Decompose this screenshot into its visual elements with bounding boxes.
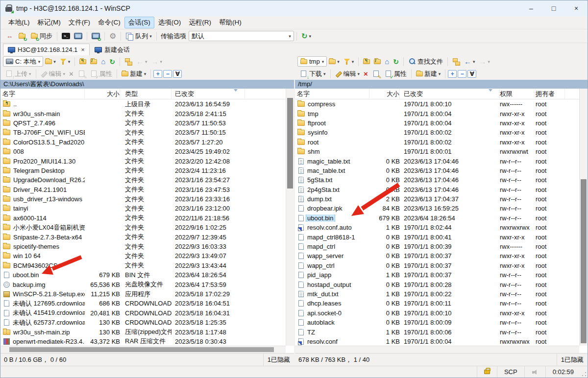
file-row[interactable]: UpgradeDownload_R26.21... 文件夹 2023/1/16 … — [0, 175, 286, 185]
file-row[interactable]: tainyi 文件夹 2023/1/16 23:12:00 — [0, 204, 286, 213]
file-row[interactable]: 小米小爱LX04音箱刷机资料 文件夹 2022/9/16 1:02:25 — [0, 223, 286, 232]
file-row[interactable]: resolv.conf.auto 1 KB 1970/1/1 8:02:44 r… — [295, 223, 579, 232]
remote-edit-button[interactable]: 编辑▾ — [333, 69, 362, 79]
file-row[interactable]: wapp_ctrl 0 KB 1970/1/1 8:00:37 rwxr-xr-… — [295, 261, 579, 270]
remote-horizontal-scrollbar[interactable] — [295, 346, 579, 353]
transfer-settings-combo[interactable]: 默认 ▾ — [189, 31, 294, 41]
compare-directories-button[interactable]: ↔ — [3, 31, 16, 41]
remote-delete-button[interactable]: × — [362, 69, 370, 79]
local-tree-button[interactable] — [122, 57, 134, 67]
file-row[interactable]: pid_iapp 1 KB 1970/1/1 8:00:37 rw-r--r--… — [295, 270, 579, 280]
file-row[interactable]: WinSCP-5.21.8-Setup.exe 11,215 KB 应用程序 2… — [0, 289, 286, 299]
column-header-name[interactable]: 名字 — [297, 89, 369, 99]
file-row[interactable]: BCM943602CS 文件夹 2022/9/3 13:43:44 — [0, 261, 286, 270]
file-row[interactable]: 未确认 415419.crdownload 20,481 KB CRDOWNLO… — [0, 308, 286, 318]
remote-path-bar[interactable]: /tmp/ — [295, 80, 588, 89]
menu-item[interactable]: 会话(S) — [124, 17, 154, 28]
remote-select-all-button[interactable]: ∀ — [467, 70, 476, 78]
local-root-directory-button[interactable]: / — [88, 58, 99, 65]
remote-root-directory-button[interactable]: / — [372, 58, 383, 65]
protocol-status[interactable]: SCP — [497, 366, 524, 378]
local-forward-button[interactable]: →▾ — [149, 56, 165, 67]
session-tab[interactable]: H3C@192.168.124.1 × — [3, 44, 90, 55]
scrollbar-thumb[interactable] — [287, 98, 293, 189]
file-row[interactable]: wapp_server 0 KB 1970/1/1 8:00:37 rwxr-x… — [295, 251, 579, 260]
file-row[interactable]: wr30u_ssh-main 文件夹 2023/5/18 2:41:15 — [0, 109, 286, 118]
minimize-button[interactable]: – — [520, 0, 542, 16]
download-button[interactable]: ↓下载▾ — [297, 69, 328, 79]
remote-hidden-count[interactable]: 1已隐藏 — [557, 354, 588, 366]
local-open-directory-button[interactable]: ▾ — [43, 58, 58, 65]
remote-refresh-button[interactable]: ↻ — [391, 57, 401, 67]
file-row[interactable]: backup.img 65,536 KB 光盘映像文件 2023/6/4 17:… — [0, 280, 286, 289]
file-row[interactable]: wr30u_ssh-main.zip 130 KB 压缩(zipped)文件夹 … — [0, 327, 286, 336]
file-row[interactable]: TB-J706F_CN_WIFI_USER_... 文件夹 2023/5/7 1… — [0, 128, 286, 137]
local-hidden-count[interactable]: 1已隐藏 — [263, 354, 294, 366]
remote-unselect-files-button[interactable]: − — [458, 70, 466, 78]
file-row[interactable]: dhcp.leases 0 KB 1970/1/1 8:00:11 rw-r--… — [295, 299, 579, 308]
column-header-size[interactable]: 大小 — [85, 89, 120, 99]
remote-open-directory-button[interactable]: ▾ — [327, 58, 342, 65]
file-row[interactable]: resolv.conf 1 KB 1970/1/1 8:00:04 rwxrwx… — [295, 337, 579, 346]
file-row[interactable]: mtk_dut.txt 1 KB 1970/1/1 8:00:22 rw-r--… — [295, 289, 579, 299]
file-row[interactable]: 2p4gSta.txt 0 KB 2023/6/13 17:04:46 rw-r… — [295, 185, 579, 194]
file-row[interactable]: compress 1970/1/1 8:00:10 rwx------ root — [295, 99, 579, 109]
remote-directory-selector[interactable]: tmp ▾ — [297, 56, 327, 67]
column-header-changed[interactable]: 已改变 — [172, 89, 245, 99]
file-row[interactable]: magic_table.txt 0 KB 2023/6/13 17:04:46 … — [295, 156, 579, 165]
file-row[interactable]: 008 文件夹 2023/4/25 19:49:02 — [0, 147, 286, 156]
file-row[interactable]: hostapd_output 0 KB 1970/1/1 8:00:28 rw-… — [295, 280, 579, 289]
file-row[interactable]: mapd_ctrl8618-1 0 KB 1970/1/1 8:00:41 rw… — [295, 232, 579, 241]
file-row[interactable]: mapd_ctrl 0 KB 1970/1/1 8:00:39 rwx-----… — [295, 242, 579, 251]
file-row[interactable]: 5gSta.txt 0 KB 2023/6/13 17:04:46 rw-r--… — [295, 175, 579, 185]
file-row[interactable]: shm 1970/1/1 8:00:01 rwxrwxrwt root — [295, 147, 579, 156]
file-row[interactable]: autoblack 0 KB 1970/1/1 8:00:09 rw-r--r-… — [295, 318, 579, 327]
file-row[interactable]: QPST_2.7.496 文件夹 2023/5/7 11:50:53 — [0, 118, 286, 128]
file-row[interactable]: api.socket-0 0 KB 1970/1/1 8:00:10 rwxr-… — [295, 308, 579, 318]
local-filter-button[interactable]: ▾ — [58, 57, 73, 66]
file-row[interactable]: Snipaste-2.7.3-Beta-x64 文件夹 2022/9/7 12:… — [0, 232, 286, 241]
close-session-icon[interactable]: × — [80, 46, 85, 53]
scrollbar-thumb[interactable] — [581, 179, 587, 343]
open-terminal-button[interactable]: >_ — [60, 32, 72, 40]
encryption-status[interactable] — [477, 366, 497, 378]
file-row[interactable]: .. 上级目录 2023/6/13 16:54:59 — [0, 99, 286, 109]
open-session-button[interactable] — [72, 32, 84, 40]
remote-forward-button[interactable]: →▾ — [477, 56, 492, 67]
file-row[interactable]: TZ 1 KB 1970/1/1 8:00:06 rw-r--r-- root — [295, 327, 579, 336]
file-row[interactable]: uboot.bin 679 KB BIN 文件 2023/6/4 18:26:5… — [0, 270, 286, 280]
column-header-owner[interactable]: 拥有者 — [536, 89, 565, 99]
local-vertical-scrollbar[interactable] — [286, 89, 294, 346]
file-row[interactable]: tmp 1970/1/1 8:00:04 rwxr-xr-x root — [295, 109, 579, 118]
local-new-button[interactable]: 新建▾ — [120, 69, 148, 79]
local-select-files-button[interactable]: + — [153, 70, 162, 78]
close-button[interactable]: × — [565, 0, 588, 16]
column-header-name[interactable]: 名字 — [2, 89, 85, 99]
session-duration[interactable]: 0:02:59 — [545, 366, 581, 378]
local-rename-button[interactable]: ✎ — [75, 69, 88, 79]
session-tab[interactable]: 新建会话 — [90, 44, 135, 55]
menu-item[interactable]: 标记(M) — [34, 17, 65, 28]
notifications-status[interactable] — [524, 366, 545, 378]
file-row[interactable]: Pro2020_MIUI14.1.30 文件夹 2023/2/20 12:42:… — [0, 156, 286, 165]
local-path-bar[interactable]: C:\Users\酱紫表\Downloads\ — [0, 80, 294, 89]
find-files-button[interactable]: 查找文件 — [406, 56, 445, 67]
remote-vertical-scrollbar[interactable] — [579, 89, 588, 346]
column-header-permissions[interactable]: 权限 — [500, 89, 536, 99]
file-row[interactable]: ax6000-114 文件夹 2022/11/6 21:18:56 — [0, 213, 286, 223]
remote-new-button[interactable]: 新建▾ — [414, 69, 443, 79]
refresh-session-button[interactable]: ↻ — [90, 31, 102, 41]
local-home-button[interactable]: ⌂ — [99, 56, 107, 67]
remote-tree-button[interactable] — [450, 57, 462, 67]
remote-properties-button[interactable]: ✓属性 — [382, 69, 409, 79]
remote-parent-directory-button[interactable]: ↰ — [361, 58, 372, 65]
menu-item[interactable]: 本地(L) — [4, 17, 34, 28]
remote-home-button[interactable]: ⌂ — [383, 56, 391, 67]
maximize-button[interactable]: □ — [542, 0, 565, 16]
file-row[interactable]: ftproot 1970/1/1 8:00:04 rwxr-xr-x root — [295, 118, 579, 128]
file-row[interactable]: sysinfo 1970/1/1 8:00:02 rwxr-xr-x root — [295, 128, 579, 137]
remote-rename-button[interactable]: ✎ — [370, 69, 382, 79]
remote-select-files-button[interactable]: + — [448, 70, 457, 78]
file-row[interactable]: Telegram Desktop 文件夹 2023/2/4 11:23:16 — [0, 166, 286, 175]
menu-item[interactable]: 帮助(H) — [215, 17, 245, 28]
